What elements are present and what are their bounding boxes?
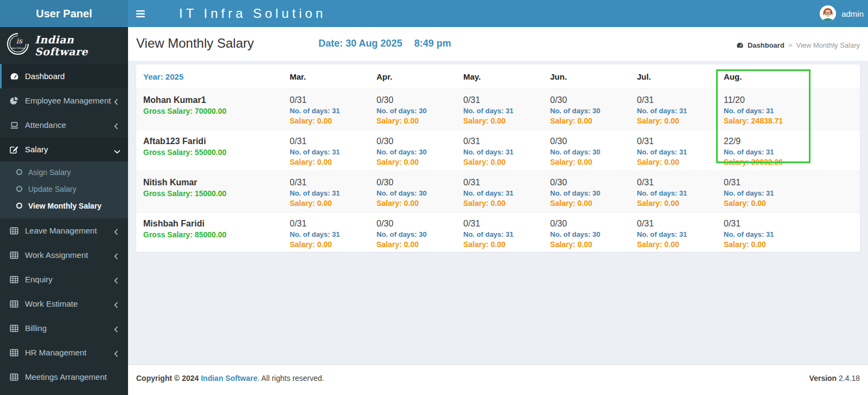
salary-label: Salary: 0.00 bbox=[637, 198, 712, 209]
attendance-ratio: 0/31 bbox=[463, 135, 539, 147]
salary-label: Salary: 0.00 bbox=[637, 239, 712, 250]
salary-label: Salary: 0.00 bbox=[463, 157, 539, 167]
copyright-suffix: . All rights reserved. bbox=[257, 374, 324, 383]
salary-label: Salary: 0.00 bbox=[637, 157, 712, 167]
breadcrumb: Dashboard > View Monthly Salary bbox=[736, 41, 860, 49]
chevron-left-icon bbox=[114, 301, 119, 307]
username-label: admin bbox=[841, 9, 864, 18]
table-icon bbox=[10, 275, 19, 284]
chevron-left-icon bbox=[114, 98, 119, 104]
table-row: Nitish Kumar Gross Salary: 15000.00 0/31… bbox=[136, 171, 860, 212]
table-icon bbox=[10, 226, 19, 235]
attendance-ratio: 0/31 bbox=[463, 177, 539, 188]
content-header: View Monthly Salary Date: 30 Aug 20258:4… bbox=[128, 27, 868, 61]
salary-label: Salary: 39032.26 bbox=[724, 157, 856, 167]
employee-gross-salary: Gross Salary: 15000.00 bbox=[143, 188, 278, 199]
circle-icon bbox=[16, 203, 22, 209]
sidebar-item-enquiry[interactable]: Enquiry bbox=[0, 267, 128, 292]
sidebar-subitem-label: Asign Salary bbox=[28, 168, 71, 177]
footer-brand-link[interactable]: Indian Software bbox=[201, 374, 257, 383]
attendance-ratio: 0/31 bbox=[637, 218, 712, 229]
sidebar-item-work-assignment[interactable]: Work Assignment bbox=[0, 243, 128, 267]
sidebar-item-label: Meetings Arrangement bbox=[25, 372, 107, 381]
employee-name: Nitish Kumar bbox=[143, 177, 278, 188]
sidebar-item-label: Salary bbox=[25, 145, 48, 154]
month-header-jun: Jun. bbox=[543, 64, 630, 88]
days-label: No. of days: 31 bbox=[463, 147, 539, 157]
days-label: No. of days: 30 bbox=[376, 229, 452, 239]
sidebar-toggle-button[interactable] bbox=[128, 0, 153, 27]
month-cell-jun: 0/30 No. of days: 30 Salary: 0.00 bbox=[543, 171, 630, 212]
salary-label: Salary: 0.00 bbox=[290, 239, 365, 250]
month-cell-aug: 0/31 No. of days: 31 Salary: 0.00 bbox=[717, 212, 860, 253]
indian-software-logo-icon: is Indian Software bbox=[5, 31, 30, 60]
laptop-icon bbox=[10, 121, 19, 129]
navbar-main: IT Infra Solution admin bbox=[128, 0, 868, 27]
sidebar-item-hr-management[interactable]: HR Management bbox=[0, 340, 128, 365]
salary-label: Salary: 0.00 bbox=[376, 157, 452, 167]
sidebar-subitem-label: View Monthly Salary bbox=[28, 202, 101, 210]
employee-gross-salary: Gross Salary: 55000.00 bbox=[143, 147, 278, 158]
attendance-ratio: 0/31 bbox=[637, 177, 712, 188]
table-icon bbox=[10, 373, 19, 381]
breadcrumb-current: View Monthly Salary bbox=[796, 41, 860, 49]
sidebar-item-leave-management[interactable]: Leave Management bbox=[0, 218, 128, 243]
days-label: No. of days: 31 bbox=[724, 147, 856, 157]
table-icon bbox=[10, 300, 19, 308]
days-label: No. of days: 30 bbox=[376, 106, 452, 116]
user-panel-logo[interactable]: User Panel bbox=[0, 0, 128, 27]
page-title: View Monthly Salary bbox=[136, 36, 254, 51]
sidebar-item-label: HR Management bbox=[25, 348, 86, 357]
salary-label: Salary: 0.00 bbox=[376, 239, 452, 250]
salary-label: Salary: 0.00 bbox=[550, 239, 626, 250]
monthly-salary-table: Year: 2025 Mar. Apr. May. Jun. Jul. Aug.… bbox=[136, 64, 860, 254]
sidebar-brand[interactable]: is Indian Software Indian Software bbox=[0, 27, 128, 64]
salary-submenu-wrap: Asign Salary Update Salary View Monthly … bbox=[0, 161, 128, 218]
circle-icon bbox=[16, 169, 22, 175]
sidebar-subitem-view-monthly-salary[interactable]: View Monthly Salary bbox=[0, 197, 128, 214]
attendance-ratio: 0/31 bbox=[463, 94, 539, 106]
table-row: Aftab123 Faridi Gross Salary: 55000.00 0… bbox=[136, 129, 860, 171]
sidebar-item-salary[interactable]: Salary bbox=[0, 137, 128, 161]
days-label: No. of days: 31 bbox=[463, 188, 539, 198]
month-cell-may: 0/31 No. of days: 31 Salary: 0.00 bbox=[456, 212, 543, 253]
sidebar-item-meetings-arrangement[interactable]: Meetings Arrangement bbox=[0, 365, 128, 389]
attendance-ratio: 0/30 bbox=[550, 135, 626, 147]
employee-cell: Nitish Kumar Gross Salary: 15000.00 bbox=[136, 171, 283, 212]
days-label: No. of days: 31 bbox=[290, 147, 365, 157]
month-cell-may: 0/31 No. of days: 31 Salary: 0.00 bbox=[456, 88, 543, 129]
month-header-may: May. bbox=[456, 64, 543, 88]
days-label: No. of days: 30 bbox=[376, 188, 452, 198]
sidebar-item-work-estimate[interactable]: Work Estimate bbox=[0, 292, 128, 316]
user-menu[interactable]: admin bbox=[820, 0, 864, 27]
chevron-left-icon bbox=[114, 122, 119, 128]
month-cell-apr: 0/30 No. of days: 30 Salary: 0.00 bbox=[369, 129, 456, 171]
salary-label: Salary: 0.00 bbox=[463, 198, 539, 209]
breadcrumb-dashboard-link[interactable]: Dashboard bbox=[748, 41, 784, 49]
attendance-ratio: 0/30 bbox=[550, 94, 626, 106]
svg-text:Indian Software: Indian Software bbox=[11, 47, 24, 49]
sidebar-item-label: Attendance bbox=[25, 120, 66, 129]
attendance-ratio: 0/31 bbox=[637, 135, 712, 147]
top-navbar: User Panel IT Infra Solution bbox=[0, 0, 868, 27]
month-cell-aug: 11/20 No. of days: 31 Salary: 24838.71 bbox=[717, 88, 860, 129]
attendance-ratio: 0/30 bbox=[376, 135, 452, 147]
sidebar-menu: Dashboard Employee Management Attendance bbox=[0, 64, 128, 389]
sidebar-subitem-update-salary[interactable]: Update Salary bbox=[0, 180, 128, 197]
sidebar-item-label: Dashboard bbox=[25, 72, 65, 81]
circle-icon bbox=[16, 186, 22, 192]
edit-icon bbox=[10, 145, 19, 154]
salary-label: Salary: 0.00 bbox=[724, 239, 856, 250]
sidebar: is Indian Software Indian Software Dashb… bbox=[0, 27, 128, 395]
employee-gross-salary: Gross Salary: 85000.00 bbox=[143, 229, 278, 240]
days-label: No. of days: 30 bbox=[376, 147, 452, 157]
sidebar-item-billing[interactable]: Billing bbox=[0, 316, 128, 340]
sidebar-item-employee-management[interactable]: Employee Management bbox=[0, 88, 128, 113]
salary-table-card: Year: 2025 Mar. Apr. May. Jun. Jul. Aug.… bbox=[136, 64, 860, 252]
attendance-ratio: 0/31 bbox=[463, 218, 539, 229]
month-cell-aug: 22/9 No. of days: 31 Salary: 39032.26 bbox=[717, 129, 860, 171]
sidebar-subitem-asign-salary[interactable]: Asign Salary bbox=[0, 164, 128, 180]
sidebar-item-dashboard[interactable]: Dashboard bbox=[0, 64, 128, 88]
attendance-ratio: 0/30 bbox=[550, 218, 626, 229]
sidebar-item-attendance[interactable]: Attendance bbox=[0, 113, 128, 137]
